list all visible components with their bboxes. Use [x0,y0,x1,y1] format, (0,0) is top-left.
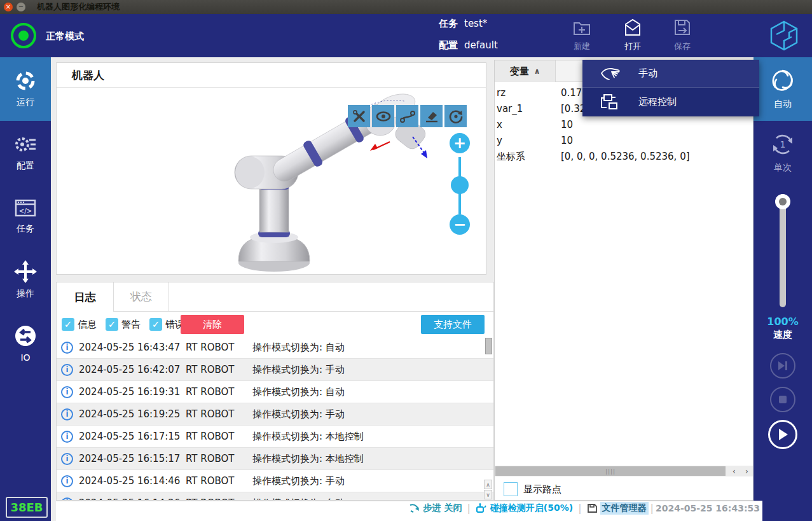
log-row[interactable]: i 2024-05-25 16:19:25 RT ROBOT 操作模式切换为: … [57,403,493,426]
variable-value: [0, 0, 0, 0.5236, 0.5236, 0] [561,151,690,162]
collapse-icon: ∧ [534,67,540,76]
visibility-button[interactable] [372,105,394,127]
show-waypoints-row: 显示路点 [504,482,561,496]
log-filter-row: ✓ 信息 ✓ 警告 ✓ 错误 清除 支持文件 [57,312,493,337]
variable-name: y [497,135,502,146]
hscrollbar-thumb[interactable]: |||| [495,466,726,476]
log-time: 2024-05-25 16:17:15 [79,431,186,442]
tab-status[interactable]: 状态 [114,282,169,312]
log-list[interactable]: i 2024-05-25 16:43:47 RT ROBOT 操作模式切换为: … [57,337,493,501]
filter-warning-checkbox[interactable]: ✓ [106,318,118,331]
variables-panel: 变量 ∧ rz 0.1745 var_1 [0.326 x 10 y 10 坐标… [494,60,754,501]
task-value: test* [464,18,487,30]
variable-row[interactable]: 坐标系 [0, 0, 0, 0.5236, 0.5236, 0] [495,149,753,165]
variable-row[interactable]: x 10 [495,118,753,134]
variables-tab[interactable]: 变量 ∧ [495,60,556,82]
info-icon: i [61,475,73,487]
sidebar-item-single[interactable]: 1 单次 [754,121,812,184]
step-forward-button[interactable] [770,353,795,379]
log-row[interactable]: i 2024-05-25 16:15:17 RT ROBOT 操作模式切换为: … [57,448,493,470]
variables-title: 变量 [510,66,529,78]
filter-info-label: 信息 [78,319,97,331]
clear-button[interactable]: 清除 [181,315,244,334]
path-icon [400,109,415,124]
mode-label: 正常模式 [46,31,84,43]
remote-control-icon [599,94,622,111]
titlebar: × − 机器人图形化编程环境 [0,0,812,14]
speed-label: 速度 [754,329,812,341]
io-arrows-icon [14,324,37,347]
sidebar-item-task[interactable]: </> 任务 [0,184,51,248]
log-time: 2024-05-25 16:19:31 [79,386,186,398]
window-title: 机器人图形化编程环境 [37,1,120,13]
sidebar-item-auto[interactable]: 自动 [754,57,812,121]
minimize-icon[interactable]: − [17,3,25,11]
play-button[interactable] [768,420,797,449]
run-icon [15,70,36,92]
log-row[interactable]: i 2024-05-25 16:19:31 RT ROBOT 操作模式切换为: … [57,381,493,403]
svg-text:</>: </> [19,207,32,214]
eraser-button[interactable] [420,105,443,127]
sidebar-item-label: IO [20,352,30,363]
task-row: 任务 test* [439,18,487,30]
reset-view-button[interactable] [444,105,467,127]
log-scrollbar-thumb[interactable] [485,338,492,354]
separator: | [578,502,581,514]
play-icon [777,428,788,441]
support-files-button[interactable]: 支持文件 [421,315,485,334]
step-mode-status[interactable]: 步进 关闭 [409,503,462,514]
tab-log[interactable]: 日志 [57,282,114,312]
scroll-down-icon[interactable]: ∨ [484,490,492,499]
filter-warning-label: 警告 [121,319,141,331]
scroll-left-icon[interactable]: ‹ [729,466,740,476]
scroll-up-icon[interactable]: ∧ [484,480,492,489]
filter-error-checkbox[interactable]: ✓ [149,318,162,331]
menu-item-remote-control[interactable]: 远程控制 [582,88,759,116]
app-window: × − 机器人图形化编程环境 正常模式 任务 test* 配置 default … [0,0,812,521]
save-button[interactable]: 保存 [663,18,701,52]
log-message: 操作模式切换为: 手动 [252,408,345,420]
stop-button[interactable] [770,387,795,412]
left-sidebar: 运行 配置 </> 任务 [0,57,51,521]
hand-icon [599,66,622,82]
speed-slider-track[interactable] [780,194,786,307]
speed-slider-handle[interactable] [775,194,790,209]
menu-item-manual[interactable]: 手动 [582,60,759,88]
path-button[interactable] [396,105,418,127]
log-time: 2024-05-25 16:43:47 [79,342,186,353]
menu-item-label: 远程控制 [638,96,677,108]
log-time: 2024-05-25 16:19:25 [79,408,186,420]
show-waypoints-checkbox[interactable] [504,482,518,496]
sidebar-item-io[interactable]: IO [0,312,51,375]
file-manager-status[interactable]: 文件管理器 [587,502,649,515]
log-row[interactable]: i 2024-05-25 16:17:15 RT ROBOT 操作模式切换为: … [57,426,493,448]
log-source: RT ROBOT [186,475,252,487]
log-message: 操作模式切换为: 本地控制 [252,453,364,465]
new-button[interactable]: 新建 [563,18,601,52]
info-icon: i [61,453,73,465]
open-button[interactable]: 打开 [614,18,652,52]
open-icon [623,18,642,37]
scroll-right-icon[interactable]: › [741,466,752,476]
zoom-out-icon[interactable]: − [450,214,470,235]
variable-row[interactable]: y 10 [495,134,753,149]
sidebar-item-config[interactable]: 配置 [0,121,51,184]
log-row[interactable]: i 2024-05-25 16:14:26 RT ROBOT 操作模式切换为: … [57,492,493,501]
collision-status[interactable]: 碰撞检测开启(50%) [476,503,573,514]
right-sidebar: 自动 1 单次 100% 速度 [754,57,812,501]
stop-icon [778,395,787,404]
step-mode-icon [409,503,420,513]
log-row[interactable]: i 2024-05-25 16:43:47 RT ROBOT 操作模式切换为: … [57,337,493,359]
new-label: 新建 [563,41,601,52]
panel-title: 机器人 [72,68,104,83]
zoom-in-icon[interactable]: + [450,133,470,153]
log-row[interactable]: i 2024-05-25 16:14:46 RT ROBOT 操作模式切换为: … [57,470,493,492]
sidebar-item-run[interactable]: 运行 [0,57,51,121]
task-code-icon: </> [14,198,37,218]
filter-info-checkbox[interactable]: ✓ [62,318,74,331]
close-icon[interactable]: × [4,3,13,11]
tools-button[interactable] [348,105,370,127]
sidebar-item-operate[interactable]: 操作 [0,248,51,312]
log-row[interactable]: i 2024-05-25 16:42:07 RT ROBOT 操作模式切换为: … [57,359,493,381]
zoom-slider-handle[interactable] [451,176,469,194]
